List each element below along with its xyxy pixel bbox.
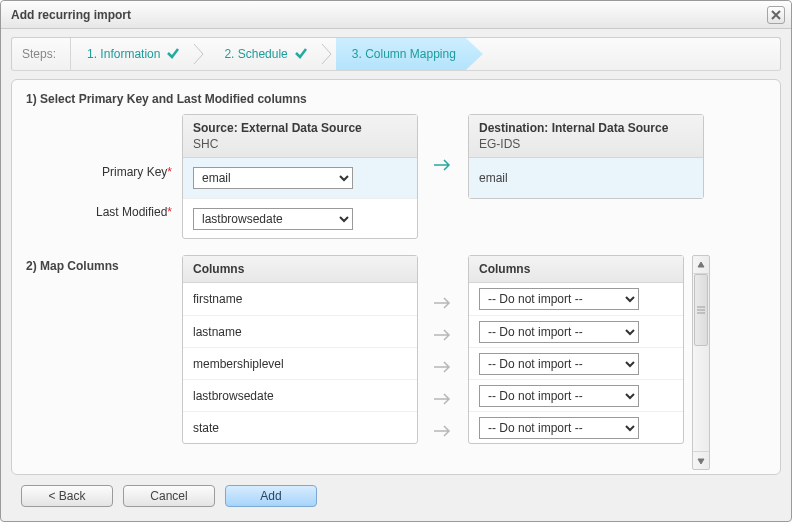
section1: Primary Key* Last Modified* Source: Exte… (26, 114, 768, 239)
dest-column-row: -- Do not import -- (469, 315, 683, 347)
step-label: 2. Schedule (224, 47, 287, 61)
required-marker: * (167, 165, 172, 179)
scrollbar-track[interactable] (693, 274, 709, 451)
dest-column-select[interactable]: -- Do not import -- (479, 288, 639, 310)
source-header: Source: External Data Source SHC (183, 115, 417, 158)
source-column-name: firstname (193, 292, 242, 306)
source-column-row[interactable]: state (183, 411, 417, 443)
source-column-name: lastbrowsedate (193, 389, 274, 403)
dest-column-select[interactable]: -- Do not import -- (479, 385, 639, 407)
dest-column-select[interactable]: -- Do not import -- (479, 417, 639, 439)
scrollbar-thumb[interactable] (694, 274, 708, 346)
dialog-title: Add recurring import (11, 8, 767, 22)
source-column-name: state (193, 421, 219, 435)
map-arrow-icon (418, 319, 468, 351)
source-column-name: lastname (193, 325, 242, 339)
destination-header: Destination: Internal Data Source EG-IDS (469, 115, 703, 158)
dest-column-row: -- Do not import -- (469, 379, 683, 411)
step-column-mapping[interactable]: 3. Column Mapping (336, 38, 466, 70)
section2: 2) Map Columns Columns firstnamelastname… (26, 255, 768, 470)
wizard-steps: Steps: 1. Information 2. Schedule 3. Col… (11, 37, 781, 71)
source-heading: Source: External Data Source (193, 121, 407, 135)
step-label: 3. Column Mapping (352, 47, 456, 61)
dest-columns-heading: Columns (479, 262, 673, 276)
step-information[interactable]: 1. Information (71, 38, 190, 70)
source-column-name: membershiplevel (193, 357, 284, 371)
primary-key-select[interactable]: email (193, 167, 353, 189)
source-box: Source: External Data Source SHC email l… (182, 114, 418, 239)
back-button[interactable]: < Back (21, 485, 113, 507)
primary-key-label: Primary Key* (26, 152, 182, 192)
step-panel: 1) Select Primary Key and Last Modified … (11, 79, 781, 475)
dest-column-select[interactable]: -- Do not import -- (479, 321, 639, 343)
chevron-right-icon (318, 38, 336, 70)
titlebar: Add recurring import (1, 1, 791, 29)
last-modified-row: lastbrowsedate (183, 198, 417, 238)
steps-label: Steps: (12, 38, 71, 70)
map-arrow-icon (418, 351, 468, 383)
map-arrow-icon (418, 415, 468, 447)
dest-column-row: -- Do not import -- (469, 411, 683, 443)
dest-column-select[interactable]: -- Do not import -- (479, 353, 639, 375)
dest-column-row: -- Do not import -- (469, 347, 683, 379)
scroll-down-button[interactable] (693, 451, 709, 469)
close-button[interactable] (767, 6, 785, 24)
destination-primary-key-value: email (479, 167, 508, 189)
mapping-arrows (418, 255, 468, 447)
destination-primary-key-row: email (469, 158, 703, 198)
add-button[interactable]: Add (225, 485, 317, 507)
chevron-right-icon (190, 38, 208, 70)
checkmark-icon (166, 46, 180, 63)
source-column-row[interactable]: firstname (183, 283, 417, 315)
source-column-row[interactable]: lastname (183, 315, 417, 347)
map-arrow-icon (418, 287, 468, 319)
destination-box: Destination: Internal Data Source EG-IDS… (468, 114, 704, 199)
primary-key-row: email (183, 158, 417, 198)
source-column-row[interactable]: lastbrowsedate (183, 379, 417, 411)
checkmark-icon (294, 46, 308, 63)
source-columns-header: Columns (183, 256, 417, 283)
cancel-button[interactable]: Cancel (123, 485, 215, 507)
map-arrow-icon (418, 114, 468, 172)
section1-labels: Primary Key* Last Modified* (26, 114, 182, 232)
scroll-up-button[interactable] (693, 256, 709, 274)
section2-title: 2) Map Columns (26, 259, 182, 273)
destination-sub: EG-IDS (479, 137, 693, 151)
dialog: Add recurring import Steps: 1. Informati… (0, 0, 792, 522)
source-column-row[interactable]: membershiplevel (183, 347, 417, 379)
dest-columns-header: Columns (469, 256, 683, 283)
step-label: 1. Information (87, 47, 160, 61)
dialog-body: Steps: 1. Information 2. Schedule 3. Col… (1, 29, 791, 521)
footer: < Back Cancel Add (11, 475, 781, 515)
destination-heading: Destination: Internal Data Source (479, 121, 693, 135)
last-modified-label: Last Modified* (26, 192, 182, 232)
step-schedule[interactable]: 2. Schedule (208, 38, 317, 70)
source-sub: SHC (193, 137, 407, 151)
map-arrow-icon (418, 383, 468, 415)
dest-columns-box: Columns -- Do not import ---- Do not imp… (468, 255, 684, 444)
source-columns-heading: Columns (193, 262, 407, 276)
section1-title: 1) Select Primary Key and Last Modified … (26, 92, 768, 106)
dest-column-row: -- Do not import -- (469, 283, 683, 315)
close-icon (771, 10, 781, 20)
last-modified-select[interactable]: lastbrowsedate (193, 208, 353, 230)
required-marker: * (167, 205, 172, 219)
source-columns-box: Columns firstnamelastnamemembershiplevel… (182, 255, 418, 444)
scrollbar[interactable] (692, 255, 710, 470)
